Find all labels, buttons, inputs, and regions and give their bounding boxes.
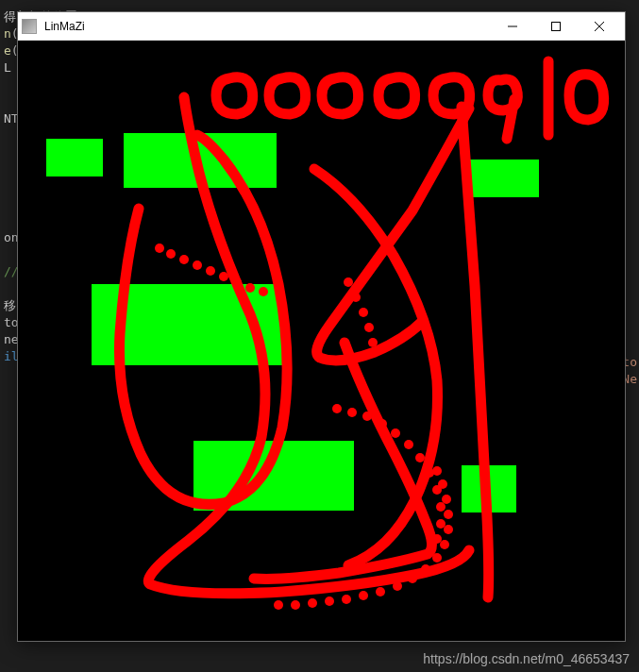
svg-point-24 [415, 453, 425, 462]
svg-point-32 [308, 598, 317, 608]
svg-point-12 [259, 287, 268, 296]
svg-point-40 [432, 553, 442, 563]
svg-point-38 [408, 574, 417, 583]
svg-point-10 [232, 277, 242, 287]
svg-point-27 [436, 502, 446, 512]
svg-point-5 [166, 249, 176, 259]
minimize-icon [508, 22, 517, 31]
svg-point-28 [436, 519, 446, 529]
svg-point-36 [376, 587, 385, 596]
window-title: LinMaZi [44, 20, 491, 33]
svg-point-9 [219, 272, 228, 281]
svg-rect-1 [552, 22, 561, 30]
svg-point-39 [421, 564, 430, 574]
svg-point-21 [378, 419, 387, 428]
titlebar[interactable]: LinMaZi [18, 12, 625, 41]
svg-point-13 [344, 277, 353, 287]
app-icon [22, 19, 37, 34]
window-controls [491, 12, 621, 41]
app-window: LinMaZi [17, 11, 626, 642]
svg-point-41 [440, 540, 449, 549]
svg-point-6 [179, 255, 189, 264]
svg-point-42 [444, 525, 453, 534]
svg-point-7 [193, 260, 202, 270]
svg-point-29 [432, 534, 442, 544]
svg-point-46 [432, 466, 442, 476]
watermark: https://blog.csdn.net/m0_46653437 [423, 651, 630, 666]
svg-point-17 [368, 338, 378, 347]
svg-point-4 [155, 244, 164, 253]
svg-point-18 [332, 404, 342, 413]
svg-point-43 [444, 510, 453, 519]
minimize-button[interactable] [491, 12, 534, 41]
svg-point-30 [274, 600, 283, 610]
svg-point-14 [351, 293, 361, 302]
svg-point-22 [391, 428, 400, 438]
drawing-canvas[interactable] [18, 41, 625, 641]
svg-point-19 [347, 408, 357, 417]
svg-point-15 [359, 308, 368, 317]
svg-point-16 [364, 323, 374, 332]
svg-point-44 [442, 495, 451, 504]
svg-point-23 [404, 440, 413, 449]
svg-point-35 [359, 591, 368, 600]
close-icon [595, 22, 604, 31]
svg-point-33 [325, 596, 334, 606]
svg-point-20 [362, 412, 372, 421]
svg-point-8 [206, 266, 215, 276]
svg-point-34 [342, 595, 351, 604]
svg-point-31 [291, 600, 300, 610]
svg-point-11 [245, 283, 255, 293]
maximize-icon [551, 22, 561, 31]
svg-point-45 [438, 479, 447, 489]
close-button[interactable] [578, 12, 621, 41]
maximize-button[interactable] [534, 12, 578, 41]
svg-point-37 [393, 581, 402, 591]
freehand-drawing [18, 41, 625, 641]
